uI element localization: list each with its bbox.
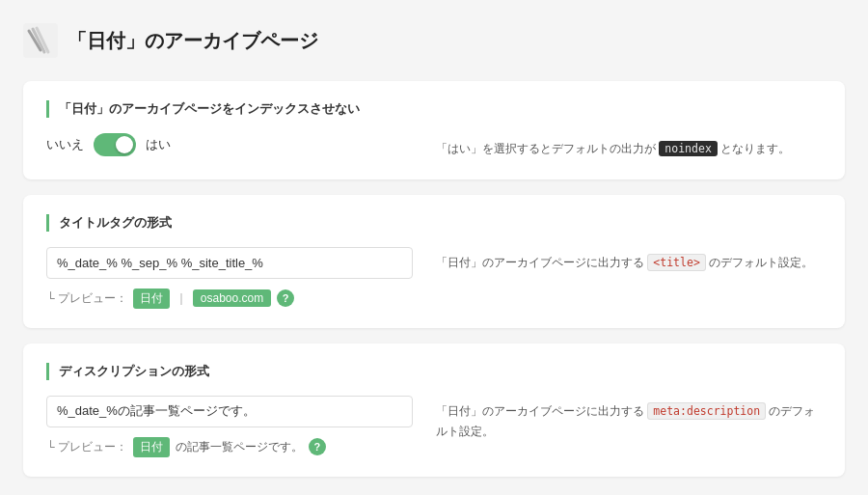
- title-tag-row: └ プレビュー： 日付 ｜ osaboo.com ? 「日付」のアーカイブページ…: [46, 247, 822, 309]
- title-tag-desc-prefix: 「日付」のアーカイブページに出力する: [436, 256, 644, 269]
- title-tag-input[interactable]: [46, 247, 413, 279]
- title-tag-description: 「日付」のアーカイブページに出力する <title> のデフォルト設定。: [436, 247, 822, 274]
- description-preview-label: └ プレビュー：: [46, 439, 127, 455]
- title-tag-left: └ プレビュー： 日付 ｜ osaboo.com ?: [46, 247, 413, 309]
- title-tag-help-button[interactable]: ?: [277, 289, 294, 307]
- toggle-track: [94, 133, 136, 156]
- description-row: └ プレビュー： 日付 の記事一覧ページです。 ? 「日付」のアーカイブページに…: [46, 396, 822, 457]
- title-tag-preview-sep: ｜: [176, 290, 187, 307]
- toggle-thumb: [116, 136, 133, 153]
- title-tag-preview-row: └ プレビュー： 日付 ｜ osaboo.com ?: [46, 289, 413, 309]
- title-tag-preview-label: └ プレビュー：: [46, 290, 127, 307]
- title-tag-preview-date: 日付: [133, 289, 170, 309]
- description-preview-row: └ プレビュー： 日付 の記事一覧ページです。 ?: [46, 437, 413, 457]
- description-preview-date: 日付: [133, 437, 170, 457]
- noindex-section-title: 「日付」のアーカイブページをインデックスさせない: [46, 100, 822, 118]
- description-desc-prefix: 「日付」のアーカイブページに出力する: [436, 404, 644, 418]
- noindex-toggle[interactable]: [94, 133, 136, 156]
- title-tag-section-title: タイトルタグの形式: [46, 214, 822, 232]
- title-tag-code: <title>: [647, 254, 705, 271]
- description-description: 「日付」のアーカイブページに出力する meta:description のデフォ…: [436, 396, 822, 443]
- description-code: meta:description: [647, 402, 766, 420]
- logo-icon: [23, 23, 58, 58]
- noindex-code: noindex: [659, 141, 717, 156]
- title-tag-preview-site: osaboo.com: [193, 289, 271, 307]
- noindex-left: いいえ はい: [46, 133, 413, 156]
- svg-rect-0: [23, 23, 58, 58]
- title-tag-card: タイトルタグの形式 └ プレビュー： 日付 ｜ osaboo.com ? 「日付…: [23, 195, 845, 328]
- noindex-row: いいえ はい 「はい」を選択するとデフォルトの出力が noindex となります…: [46, 133, 822, 160]
- noindex-desc-suffix: となります。: [720, 142, 790, 155]
- toggle-row: いいえ はい: [46, 133, 413, 156]
- noindex-card: 「日付」のアーカイブページをインデックスさせない いいえ はい 「はい」を選択す…: [23, 81, 845, 179]
- title-tag-desc-suffix: のデフォルト設定。: [709, 256, 813, 269]
- description-help-button[interactable]: ?: [309, 438, 326, 455]
- toggle-off-label: いいえ: [46, 136, 84, 153]
- page-title: 「日付」のアーカイブページ: [68, 28, 318, 54]
- description-card: ディスクリプションの形式 └ プレビュー： 日付 の記事一覧ページです。 ? 「…: [23, 344, 845, 477]
- toggle-on-label: はい: [146, 136, 171, 153]
- noindex-description: 「はい」を選択するとデフォルトの出力が noindex となります。: [436, 133, 822, 160]
- description-input[interactable]: [46, 396, 413, 427]
- description-preview-text: の記事一覧ページです。: [176, 439, 303, 455]
- description-left: └ プレビュー： 日付 の記事一覧ページです。 ?: [46, 396, 413, 457]
- page-header: 「日付」のアーカイブページ: [23, 23, 845, 58]
- noindex-desc-prefix: 「はい」を選択するとデフォルトの出力が: [436, 142, 656, 155]
- description-section-title: ディスクリプションの形式: [46, 363, 822, 380]
